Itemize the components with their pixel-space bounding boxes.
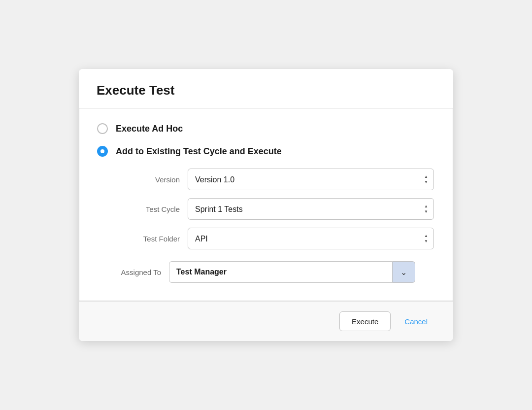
dialog-footer: Execute Cancel bbox=[79, 301, 453, 341]
test-cycle-select[interactable]: Sprint 1 Tests bbox=[188, 198, 434, 220]
add-to-existing-row: Add to Existing Test Cycle and Execute bbox=[97, 146, 435, 157]
version-select[interactable]: Version 1.0 bbox=[188, 169, 434, 190]
dialog-title: Execute Test bbox=[97, 83, 435, 98]
execute-ad-hoc-label: Execute Ad Hoc bbox=[116, 124, 183, 134]
test-folder-select-wrapper: API bbox=[188, 228, 434, 249]
chevron-down-icon: ⌄ bbox=[400, 268, 407, 277]
test-folder-select[interactable]: API bbox=[188, 228, 434, 249]
assigned-to-row: Assigned To Test Manager ⌄ bbox=[97, 261, 435, 283]
test-cycle-label: Test Cycle bbox=[116, 205, 180, 213]
dialog-body: Execute Ad Hoc Add to Existing Test Cycl… bbox=[79, 108, 453, 301]
version-label: Version bbox=[116, 175, 180, 184]
execute-button[interactable]: Execute bbox=[339, 311, 391, 331]
execute-ad-hoc-row: Execute Ad Hoc bbox=[97, 123, 435, 134]
test-cycle-row: Test Cycle Sprint 1 Tests bbox=[116, 198, 435, 220]
assigned-input-group: Test Manager ⌄ bbox=[169, 261, 415, 283]
version-select-wrapper: Version 1.0 bbox=[188, 169, 434, 190]
test-folder-row: Test Folder API bbox=[116, 228, 435, 249]
test-folder-label: Test Folder bbox=[116, 235, 180, 243]
test-cycle-select-wrapper: Sprint 1 Tests bbox=[188, 198, 434, 220]
assigned-to-value: Test Manager bbox=[169, 261, 393, 283]
add-to-existing-radio[interactable] bbox=[97, 146, 108, 157]
assigned-to-label: Assigned To bbox=[97, 268, 161, 276]
cancel-button[interactable]: Cancel bbox=[397, 311, 435, 331]
assigned-to-dropdown-button[interactable]: ⌄ bbox=[393, 261, 415, 283]
execute-test-dialog: Execute Test Execute Ad Hoc Add to Exist… bbox=[79, 69, 453, 341]
dialog-header: Execute Test bbox=[79, 69, 453, 108]
add-to-existing-label: Add to Existing Test Cycle and Execute bbox=[116, 146, 282, 157]
version-row: Version Version 1.0 bbox=[116, 169, 435, 190]
form-section: Version Version 1.0 Test Cycle Sprint 1 … bbox=[116, 169, 435, 249]
execute-ad-hoc-radio[interactable] bbox=[97, 123, 108, 134]
